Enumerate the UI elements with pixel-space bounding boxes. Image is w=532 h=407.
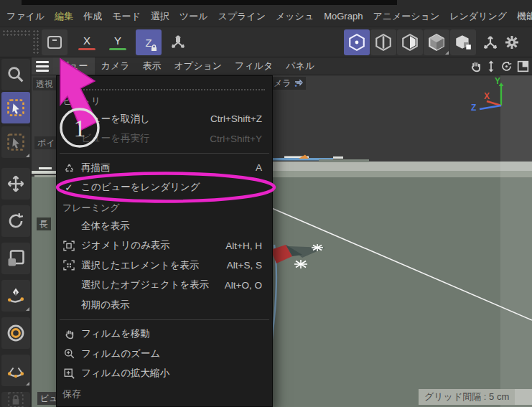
frame-elements-icon — [63, 260, 75, 271]
menu-item-redraw[interactable]: 再描画 A — [57, 158, 272, 178]
menu-item-default-view[interactable]: 初期の表示 — [57, 295, 272, 315]
title-strip — [22, 0, 397, 5]
arc-spline-tool-button[interactable] — [1, 355, 30, 386]
toggle-view-layout-icon[interactable] — [517, 60, 529, 72]
x-axis-label: X — [83, 34, 90, 47]
texture-mode-button[interactable] — [450, 29, 476, 55]
circle-icon — [6, 323, 26, 343]
menu-header-framing: フレーミング — [57, 197, 272, 216]
snap-settings-button[interactable] — [501, 29, 523, 55]
model-mode-button[interactable] — [424, 29, 449, 55]
menu-item-undo-view[interactable]: ビューを取消し Ctrl+Shift+Z — [57, 109, 272, 129]
menu-mesh[interactable]: メッシュ — [271, 6, 319, 27]
x-axis-underline — [78, 48, 95, 50]
menu-item-frame-selected-objects[interactable]: 選択したオブジェクトを表示 Alt+O, O — [57, 276, 272, 296]
main-menu-row: ファイル 編集 作成 モード 選択 ツール スプライン メッシュ MoGraph… — [1, 6, 532, 27]
viewport-menu-camera[interactable]: カメラ — [95, 57, 136, 75]
polygons-mode-button[interactable] — [397, 29, 423, 55]
y-axis-lock-button[interactable]: Y — [105, 29, 131, 55]
viewport-menu-options[interactable]: オプション — [168, 57, 229, 75]
viewport-menubar: ビュー カメラ 表示 オプション フィルタ パネル — [32, 57, 532, 75]
viewport-menu-filter[interactable]: フィルタ — [228, 57, 279, 75]
zoom-box-icon — [64, 368, 75, 379]
polygons-mode-icon — [401, 33, 419, 52]
axis-z-label: Z — [471, 103, 476, 113]
viewport-hamburger-button[interactable] — [32, 57, 53, 75]
menu-spline[interactable]: スプライン — [213, 6, 271, 27]
pan-view-icon[interactable] — [470, 60, 482, 72]
viewport-menu-view[interactable]: ビュー — [53, 57, 95, 75]
redraw-icon — [64, 163, 75, 173]
move-icon — [5, 173, 27, 195]
circle-spline-tool-button[interactable] — [1, 317, 30, 349]
menu-mograph[interactable]: MoGraph — [319, 6, 368, 27]
clipped-tool-button[interactable] — [1, 392, 30, 407]
view-dropdown-menu: ヒストリ ビューを取消し Ctrl+Shift+Z ビューを再実行 Ctrl+S… — [56, 75, 273, 407]
cinema4d-window: ファイル 編集 作成 モード 選択 ツール スプライン メッシュ MoGraph… — [0, 0, 532, 407]
tool-sidebar — [0, 57, 32, 407]
x-axis-lock-button[interactable]: X — [74, 29, 100, 55]
rectangle-selection-icon — [6, 132, 26, 152]
y-axis-underline — [109, 48, 126, 50]
live-selection-tool-button[interactable] — [1, 92, 30, 123]
menu-tools[interactable]: ツール — [174, 6, 213, 27]
content-browser-button[interactable] — [42, 29, 67, 55]
menu-item-frame-geometry[interactable]: ジオメトリのみ表示 Alt+H, H — [57, 236, 272, 256]
axis-mode-button[interactable] — [480, 29, 501, 55]
z-axis-lock-button[interactable]: Z — [136, 29, 162, 55]
lock-icon — [151, 45, 157, 52]
edges-mode-icon — [374, 33, 393, 52]
menu-edit[interactable]: 編集 — [50, 6, 78, 27]
hand-icon — [64, 329, 75, 340]
menu-header-save: 保存 — [57, 383, 272, 402]
menu-item-redo-view[interactable]: ビューを再実行 Ctrl+Shift+Y — [57, 129, 272, 149]
check-icon: ✓ — [57, 182, 81, 193]
rotate-tool-button[interactable] — [1, 205, 30, 237]
menu-tearoff-handle[interactable] — [64, 80, 265, 90]
vertex-marker — [312, 244, 323, 251]
point-label-clipped: ポイ — [34, 136, 58, 149]
axis-x-label: X — [484, 91, 490, 101]
menu-item-show-all[interactable]: 全体を表示 — [57, 216, 272, 236]
spline-pen-tool-button[interactable] — [1, 280, 30, 312]
menu-item-move-film[interactable]: フィルムを移動 — [57, 324, 272, 345]
zoom-icon — [64, 348, 75, 359]
menu-animation[interactable]: アニメーション — [368, 6, 444, 27]
scale-icon — [6, 248, 26, 268]
menu-mode[interactable]: モード — [107, 6, 146, 27]
find-tool-button[interactable] — [1, 59, 30, 90]
rectangle-selection-tool-button[interactable] — [1, 126, 30, 158]
viewport-menu-display[interactable]: 表示 — [136, 57, 168, 75]
dolly-view-icon[interactable] — [486, 60, 496, 72]
menu-create[interactable]: 作成 — [78, 6, 107, 27]
workplane-button[interactable] — [165, 29, 191, 55]
palette-separator-dots[interactable] — [32, 29, 39, 54]
gear-icon — [503, 34, 521, 51]
scale-tool-button[interactable] — [1, 243, 30, 274]
points-mode-button[interactable] — [344, 29, 370, 55]
camera-swap-icon — [294, 79, 303, 88]
menu-render[interactable]: レンダリング — [444, 6, 512, 27]
edges-mode-button[interactable] — [370, 29, 396, 55]
menu-item-scale-film[interactable]: フィルムの拡大縮小 — [57, 364, 272, 384]
tripod-axis-icon — [481, 33, 500, 52]
menu-item-render-this-view[interactable]: ✓ このビューをレンダリング — [57, 178, 272, 198]
menu-item-frame-selected-elements[interactable]: 選択したエレメントを表示 Alt+S, S — [57, 256, 272, 276]
rectangle-label-clipped: 長 — [37, 217, 51, 230]
menu-file[interactable]: ファイル — [1, 6, 50, 27]
grid-line — [269, 207, 532, 320]
move-tool-button[interactable] — [1, 168, 30, 200]
camera-label[interactable]: メラ — [271, 77, 306, 90]
rotate-view-icon[interactable] — [500, 60, 513, 72]
menu-separator — [57, 149, 272, 158]
viewport-menu-panel[interactable]: パネル — [279, 57, 321, 75]
menu-extensions[interactable]: 機能拡張 — [512, 6, 532, 27]
grid-spacing-status: グリッド間隔 : 5 cm — [419, 389, 532, 405]
main-menubar: ファイル 編集 作成 モード 選択 ツール スプライン メッシュ MoGraph… — [0, 0, 532, 27]
menu-select[interactable]: 選択 — [146, 6, 174, 27]
texture-mode-icon — [454, 33, 472, 52]
menu-item-zoom-film[interactable]: フィルムのズーム — [57, 344, 272, 364]
frame-geometry-icon — [63, 240, 75, 251]
search-icon — [6, 65, 26, 85]
axis-gizmo — [480, 83, 503, 109]
